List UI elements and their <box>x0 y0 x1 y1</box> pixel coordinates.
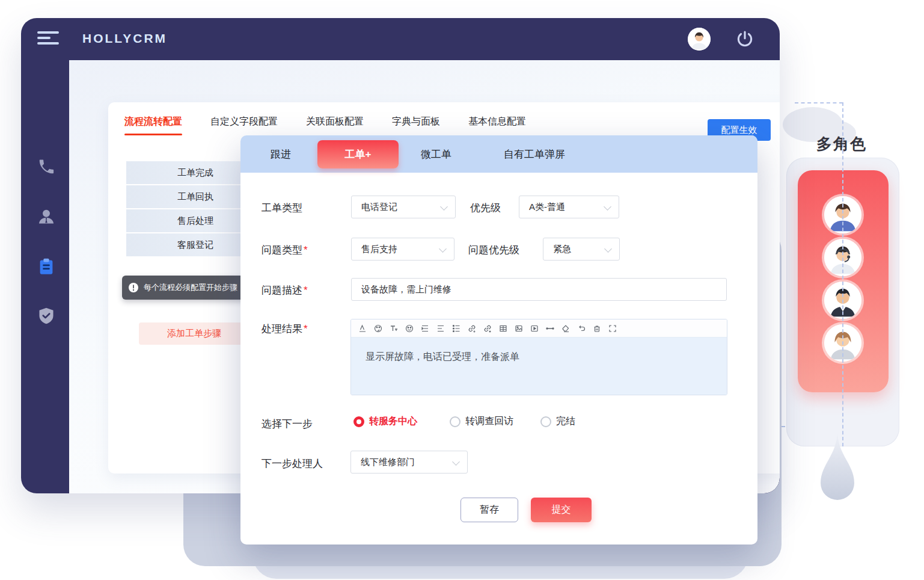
screen: 多角色 HOLLYCRM <box>0 0 924 580</box>
table-icon[interactable] <box>498 323 508 333</box>
list-icon[interactable] <box>451 323 461 333</box>
power-icon[interactable] <box>735 29 754 49</box>
modal-tab-bar: 跟进 工单+ 微工单 自有工单弹屏 <box>240 135 757 173</box>
shield-check-icon[interactable] <box>37 307 55 325</box>
page-tab-label: 自定义字段配置 <box>210 116 278 126</box>
radio-dot-icon <box>540 416 551 427</box>
chevron-down-icon <box>604 203 611 211</box>
text-style-icon[interactable] <box>357 323 367 333</box>
priority-value: A类-普通 <box>529 202 565 213</box>
workflow-step-label: 售后处理 <box>177 215 213 227</box>
page-tab-label: 字典与面板 <box>392 116 440 126</box>
issue-type-value: 售后支持 <box>361 244 397 255</box>
result-editor-content[interactable]: 显示屏故障，电话已受理，准备派单 <box>351 338 727 395</box>
menu-icon[interactable] <box>37 31 60 47</box>
tab-own-ticket-popup[interactable]: 自有工单弹屏 <box>504 135 565 173</box>
nav-rail <box>21 60 69 493</box>
radio-label: 完结 <box>556 415 575 428</box>
remove-link-icon[interactable] <box>482 323 492 333</box>
multi-role-illustration: 多角色 <box>763 72 924 554</box>
issue-type-select[interactable]: 售后支持 <box>351 238 454 261</box>
next-step-radio[interactable]: 完结 <box>540 415 575 428</box>
workflow-step-label: 工单回执 <box>177 191 213 203</box>
ticket-type-value: 电话登记 <box>361 202 397 213</box>
trash-icon[interactable] <box>592 323 602 333</box>
chevron-down-icon <box>439 245 447 253</box>
priority-label: 优先级 <box>470 201 501 215</box>
phone-icon[interactable] <box>37 158 55 176</box>
issue-priority-value: 紧急 <box>553 244 571 255</box>
submit-button[interactable]: 提交 <box>531 498 592 522</box>
chevron-down-icon <box>440 203 448 211</box>
page-tab[interactable]: 自定义字段配置 <box>210 116 278 135</box>
issue-desc-label: 问题描述 <box>262 283 308 297</box>
add-step-button[interactable]: 添加工单步骤 <box>139 322 249 345</box>
align-left-icon[interactable] <box>435 323 445 333</box>
issue-type-label: 问题类型 <box>262 243 308 257</box>
issue-priority-select[interactable]: 紧急 <box>543 238 620 261</box>
image-icon[interactable] <box>513 323 524 333</box>
undo-icon[interactable] <box>576 323 586 333</box>
ticket-modal: 跟进 工单+ 微工单 自有工单弹屏 工单类型 电话登记 优先级 A类-普通 问题… <box>240 135 757 545</box>
radio-dot-icon <box>450 416 460 427</box>
dashed-line <box>842 102 843 446</box>
next-step-radio[interactable]: 转调查回访 <box>450 415 513 428</box>
warning-text: 每个流程必须配置开始步骤 <box>144 282 237 293</box>
video-icon[interactable] <box>529 323 539 333</box>
page-tab[interactable]: 关联面板配置 <box>306 116 364 135</box>
app-title: HOLLYCRM <box>82 31 167 46</box>
next-step-label: 选择下一步 <box>262 417 313 431</box>
titlebar: HOLLYCRM <box>21 18 780 60</box>
add-link-icon[interactable] <box>467 323 477 333</box>
editor-toolbar <box>351 319 727 338</box>
palette-icon[interactable] <box>373 323 383 333</box>
next-handler-label: 下一步处理人 <box>262 457 323 470</box>
issue-desc-input[interactable] <box>351 278 727 301</box>
divider-icon[interactable] <box>545 323 555 333</box>
user-avatar[interactable] <box>688 28 711 51</box>
page-tab[interactable]: 字典与面板 <box>392 116 440 135</box>
next-handler-select[interactable]: 线下维修部门 <box>350 451 468 474</box>
radio-label: 转服务中心 <box>369 415 417 428</box>
page-tab[interactable]: 基本信息配置 <box>468 116 526 135</box>
dashed-line <box>795 102 843 103</box>
indent-icon[interactable] <box>420 323 430 333</box>
tab-followup[interactable]: 跟进 <box>271 135 291 173</box>
clipboard-icon[interactable] <box>37 258 55 276</box>
result-label: 处理结果 <box>262 322 308 336</box>
font-size-icon[interactable] <box>388 323 399 333</box>
next-step-radio[interactable]: 转服务中心 <box>353 415 417 428</box>
issue-priority-label: 问题优先级 <box>468 243 519 257</box>
workflow-step-label: 工单完成 <box>177 167 213 179</box>
tab-micro-ticket[interactable]: 微工单 <box>421 135 451 173</box>
page-tabs: 流程流转配置 自定义字段配置 关联面板配置 字典与面板 基本信息配置 <box>124 116 526 135</box>
chevron-down-icon <box>452 458 460 466</box>
teardrop-shape <box>819 430 855 517</box>
rich-text-editor: 显示屏故障，电话已受理，准备派单 <box>350 319 727 395</box>
tab-ticket-plus[interactable]: 工单+ <box>317 140 399 168</box>
priority-select[interactable]: A类-普通 <box>519 196 619 218</box>
page-tab-label: 流程流转配置 <box>124 116 182 126</box>
emoji-icon[interactable] <box>404 323 414 333</box>
multi-role-label: 多角色 <box>816 134 867 155</box>
radio-label: 转调查回访 <box>465 415 513 428</box>
workflow-step-label: 客服登记 <box>177 239 213 251</box>
chevron-down-icon <box>604 245 612 253</box>
exclamation-icon <box>128 282 139 293</box>
radio-dot-icon <box>353 416 364 427</box>
page-tab-label: 基本信息配置 <box>468 116 526 126</box>
ticket-type-label: 工单类型 <box>262 201 302 215</box>
ticket-type-select[interactable]: 电话登记 <box>351 196 456 218</box>
save-draft-button[interactable]: 暂存 <box>460 498 518 522</box>
user-icon[interactable] <box>37 208 55 226</box>
next-handler-value: 线下维修部门 <box>361 457 415 468</box>
fullscreen-icon[interactable] <box>607 323 617 333</box>
page-tab-label: 关联面板配置 <box>306 116 364 126</box>
page-tab[interactable]: 流程流转配置 <box>124 116 182 135</box>
eraser-icon[interactable] <box>560 323 571 333</box>
